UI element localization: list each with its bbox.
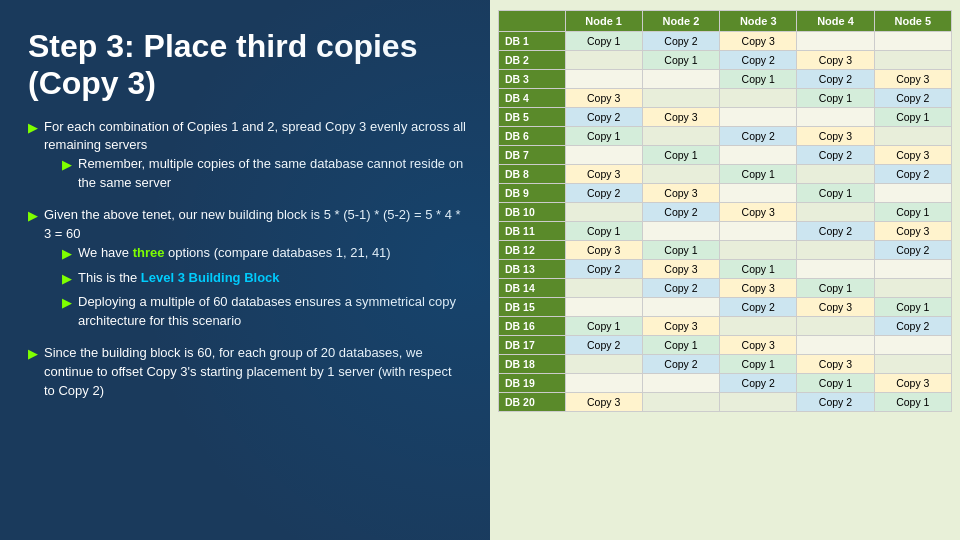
table-cell [642, 393, 719, 412]
bullet-1-text: For each combination of Copies 1 and 2, … [44, 119, 466, 153]
table-cell: Copy 3 [797, 298, 874, 317]
table-row: DB 1Copy 1Copy 2Copy 3 [499, 32, 952, 51]
col-header-node4: Node 4 [797, 11, 874, 32]
table-cell: Copy 2 [720, 374, 797, 393]
table-cell: Copy 1 [874, 203, 951, 222]
table-cell: Copy 1 [797, 374, 874, 393]
row-label: DB 18 [499, 355, 566, 374]
table-cell: Copy 2 [720, 127, 797, 146]
table-cell: Copy 1 [720, 70, 797, 89]
table-cell: Copy 3 [642, 260, 719, 279]
table-cell [720, 393, 797, 412]
table-cell [720, 317, 797, 336]
level3-highlight: Level 3 Building Block [141, 270, 280, 285]
table-cell: Copy 1 [565, 317, 642, 336]
table-cell [720, 146, 797, 165]
table-cell: Copy 3 [797, 355, 874, 374]
sub-arrow-1: ▶ [62, 156, 72, 175]
table-cell [642, 89, 719, 108]
sub-arrow-2b: ▶ [62, 270, 72, 289]
table-cell [797, 317, 874, 336]
table-row: DB 17Copy 2Copy 1Copy 3 [499, 336, 952, 355]
col-header-node5: Node 5 [874, 11, 951, 32]
bullet-3: ▶ Since the building block is 60, for ea… [28, 344, 466, 401]
table-cell: Copy 1 [874, 108, 951, 127]
table-cell: Copy 3 [642, 108, 719, 127]
table-row: DB 2Copy 1Copy 2Copy 3 [499, 51, 952, 70]
table-row: DB 3Copy 1Copy 2Copy 3 [499, 70, 952, 89]
row-label: DB 5 [499, 108, 566, 127]
table-row: DB 4Copy 3Copy 1Copy 2 [499, 89, 952, 108]
table-cell: Copy 2 [874, 165, 951, 184]
table-cell [720, 184, 797, 203]
bullet-3-text: Since the building block is 60, for each… [44, 344, 466, 401]
table-cell [874, 336, 951, 355]
table-cell [642, 70, 719, 89]
table-row: DB 15Copy 2Copy 3Copy 1 [499, 298, 952, 317]
table-cell: Copy 2 [797, 70, 874, 89]
table-cell: Copy 1 [874, 298, 951, 317]
table-cell: Copy 2 [565, 336, 642, 355]
table-cell: Copy 1 [720, 355, 797, 374]
bullet-1: ▶ For each combination of Copies 1 and 2… [28, 118, 466, 198]
table-cell: Copy 2 [874, 89, 951, 108]
table-cell [797, 260, 874, 279]
table-cell [797, 165, 874, 184]
three-highlight: three [133, 245, 165, 260]
sub-2b-text: This is the Level 3 Building Block [78, 269, 280, 288]
table-cell: Copy 1 [565, 32, 642, 51]
table-cell [720, 89, 797, 108]
table-cell [642, 165, 719, 184]
table-cell: Copy 3 [720, 32, 797, 51]
table-cell: Copy 3 [720, 203, 797, 222]
sub-2a-text: We have three options (compare databases… [78, 244, 391, 263]
table-cell [720, 222, 797, 241]
table-cell: Copy 1 [565, 127, 642, 146]
table-cell [642, 127, 719, 146]
table-cell: Copy 1 [642, 241, 719, 260]
table-cell: Copy 3 [642, 184, 719, 203]
table-cell [642, 222, 719, 241]
table-row: DB 14Copy 2Copy 3Copy 1 [499, 279, 952, 298]
row-label: DB 11 [499, 222, 566, 241]
table-row: DB 10Copy 2Copy 3Copy 1 [499, 203, 952, 222]
table-cell [874, 260, 951, 279]
table-cell [874, 51, 951, 70]
col-header-node1: Node 1 [565, 11, 642, 32]
table-cell [797, 108, 874, 127]
table-cell [565, 355, 642, 374]
table-cell: Copy 2 [797, 393, 874, 412]
table-row: DB 5Copy 2Copy 3Copy 1 [499, 108, 952, 127]
table-row: DB 19Copy 2Copy 1Copy 3 [499, 374, 952, 393]
table-cell [565, 374, 642, 393]
sub-arrow-2c: ▶ [62, 294, 72, 313]
table-cell: Copy 3 [720, 336, 797, 355]
table-cell: Copy 2 [642, 279, 719, 298]
distribution-table: Node 1 Node 2 Node 3 Node 4 Node 5 DB 1C… [498, 10, 952, 412]
table-cell: Copy 1 [720, 165, 797, 184]
page-title: Step 3: Place third copies (Copy 3) [28, 28, 466, 102]
table-header-row: Node 1 Node 2 Node 3 Node 4 Node 5 [499, 11, 952, 32]
table-cell [642, 298, 719, 317]
row-label: DB 15 [499, 298, 566, 317]
table-row: DB 13Copy 2Copy 3Copy 1 [499, 260, 952, 279]
table-cell: Copy 1 [797, 89, 874, 108]
left-panel: Step 3: Place third copies (Copy 3) ▶ Fo… [0, 0, 490, 540]
table-cell: Copy 3 [874, 374, 951, 393]
table-cell: Copy 2 [874, 317, 951, 336]
table-row: DB 9Copy 2Copy 3Copy 1 [499, 184, 952, 203]
table-cell: Copy 1 [642, 146, 719, 165]
table-cell: Copy 1 [642, 336, 719, 355]
table-cell [874, 279, 951, 298]
table-cell: Copy 2 [565, 184, 642, 203]
sub-bullet-1-text: Remember, multiple copies of the same da… [78, 155, 466, 193]
table-cell: Copy 3 [797, 127, 874, 146]
row-label: DB 8 [499, 165, 566, 184]
col-header-node2: Node 2 [642, 11, 719, 32]
table-cell [797, 32, 874, 51]
sub-bullet-2a: ▶ We have three options (compare databas… [62, 244, 466, 264]
row-label: DB 12 [499, 241, 566, 260]
content-area: ▶ For each combination of Copies 1 and 2… [28, 118, 466, 401]
table-cell: Copy 3 [565, 89, 642, 108]
table-cell: Copy 1 [642, 51, 719, 70]
